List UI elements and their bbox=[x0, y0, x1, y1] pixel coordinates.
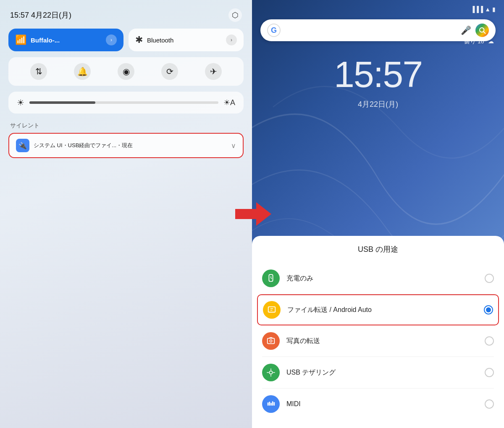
time-date: 15:57 4月22日(月) bbox=[10, 10, 71, 20]
brightness-fill bbox=[29, 101, 95, 104]
svg-rect-11 bbox=[273, 402, 275, 405]
settings-icon[interactable]: ⬡ bbox=[228, 8, 242, 22]
bluetooth-chevron[interactable]: › bbox=[226, 34, 237, 45]
swap-icon[interactable]: ⇅ bbox=[30, 63, 47, 80]
notification-row[interactable]: 🔌 システム UI・USB経由でファイ...・現在 ∨ bbox=[8, 133, 244, 158]
signal-icon: ▐▐▐ bbox=[470, 6, 483, 13]
quick-tiles: 📶 Buffalo-... › ✱ Bluetooth › bbox=[8, 29, 244, 51]
svg-point-6 bbox=[269, 371, 272, 374]
wifi-chevron[interactable]: › bbox=[106, 34, 117, 45]
google-lens-icon[interactable] bbox=[475, 24, 489, 37]
tethering-label: USB テザリング bbox=[286, 368, 478, 377]
left-panel: 15:57 4月22日(月) ⬡ 📶 Buffalo-... › ✱ Bluet… bbox=[0, 0, 252, 428]
arrow-head bbox=[256, 202, 271, 226]
weather-description: 曇り 18° ☁ bbox=[464, 38, 494, 45]
usb-notification-icon: 🔌 bbox=[16, 139, 29, 152]
google-mic-icon[interactable]: 🎤 bbox=[461, 25, 471, 35]
svg-rect-3 bbox=[268, 307, 276, 312]
svg-line-1 bbox=[483, 32, 485, 33]
usb-title: USB の用途 bbox=[262, 244, 494, 254]
airplane-icon[interactable]: ✈ bbox=[205, 63, 222, 80]
right-status-bar: ▐▐▐ ▲ ▮ bbox=[252, 0, 504, 16]
file-transfer-icon bbox=[263, 301, 281, 319]
svg-rect-7 bbox=[268, 402, 269, 405]
charge-icon bbox=[262, 269, 280, 287]
usb-sheet: USB の用途 充電のみ ファイル転送 / Android Auto bbox=[252, 236, 504, 428]
brightness-row: ☀ ☀A bbox=[8, 92, 244, 114]
usb-option-midi[interactable]: MIDI bbox=[262, 388, 494, 420]
radio-selected-dot bbox=[486, 307, 491, 312]
notification-text: システム UI・USB経由でファイ...・現在 bbox=[34, 142, 227, 149]
weather-info: 曇り 18° ☁ bbox=[464, 38, 494, 45]
brightness-auto-icon: ☀A bbox=[223, 98, 235, 107]
icon-row: ⇅ 🔔 ◉ ⟳ ✈ bbox=[8, 57, 244, 86]
wifi-label: Buffalo-... bbox=[31, 37, 102, 44]
rotate-icon[interactable]: ⟳ bbox=[161, 63, 178, 80]
brightness-slider[interactable] bbox=[29, 101, 218, 104]
bluetooth-tile[interactable]: ✱ Bluetooth › bbox=[129, 29, 244, 51]
photo-radio[interactable] bbox=[485, 336, 494, 346]
silent-label: サイレント bbox=[8, 122, 244, 129]
battery-icon: ▮ bbox=[492, 6, 496, 13]
file-transfer-label: ファイル転送 / Android Auto bbox=[287, 306, 477, 314]
svg-rect-9 bbox=[270, 403, 272, 405]
location-icon[interactable]: ◉ bbox=[118, 63, 134, 80]
charge-label: 充電のみ bbox=[286, 274, 478, 283]
status-bar: 15:57 4月22日(月) ⬡ bbox=[8, 8, 244, 22]
svg-rect-10 bbox=[272, 402, 273, 406]
wifi-tile[interactable]: 📶 Buffalo-... › bbox=[8, 29, 123, 51]
svg-point-5 bbox=[270, 340, 272, 342]
midi-label: MIDI bbox=[286, 400, 478, 408]
file-transfer-radio[interactable] bbox=[484, 305, 493, 314]
red-arrow bbox=[235, 202, 271, 226]
wifi-icon: 📶 bbox=[15, 34, 26, 45]
charge-radio[interactable] bbox=[485, 274, 494, 283]
home-screen-time: 15:57 bbox=[252, 45, 504, 98]
usb-option-tethering[interactable]: USB テザリング bbox=[262, 357, 494, 388]
right-panel: ▐▐▐ ▲ ▮ G 🎤 15:57 4月22日(月) bbox=[252, 0, 504, 428]
right-status-icons: ▐▐▐ ▲ ▮ bbox=[470, 6, 496, 13]
bluetooth-icon: ✱ bbox=[135, 34, 143, 45]
bell-icon[interactable]: 🔔 bbox=[74, 63, 91, 80]
midi-icon bbox=[262, 395, 280, 413]
arrow-body bbox=[235, 209, 256, 219]
google-search-bar[interactable]: G 🎤 bbox=[260, 19, 496, 41]
photo-label: 写真の転送 bbox=[286, 337, 478, 346]
usb-option-charge[interactable]: 充電のみ bbox=[262, 263, 494, 294]
photo-icon bbox=[262, 332, 280, 350]
usb-option-file-transfer[interactable]: ファイル転送 / Android Auto bbox=[257, 294, 499, 325]
brightness-low-icon: ☀ bbox=[17, 98, 24, 108]
midi-radio[interactable] bbox=[485, 399, 494, 409]
svg-rect-8 bbox=[269, 402, 270, 406]
notification-expand-icon[interactable]: ∨ bbox=[231, 142, 236, 150]
tethering-radio[interactable] bbox=[485, 368, 494, 377]
tethering-icon bbox=[262, 364, 280, 381]
svg-rect-4 bbox=[268, 338, 275, 344]
google-g-icon: G bbox=[267, 24, 281, 37]
wifi-status-icon: ▲ bbox=[485, 6, 491, 13]
bluetooth-label: Bluetooth bbox=[147, 37, 222, 44]
home-screen-date: 4月22日(月) bbox=[252, 99, 504, 109]
arrow-overlay bbox=[235, 202, 271, 226]
usb-option-photo[interactable]: 写真の転送 bbox=[262, 325, 494, 357]
big-time-text: 15:57 bbox=[252, 53, 504, 96]
